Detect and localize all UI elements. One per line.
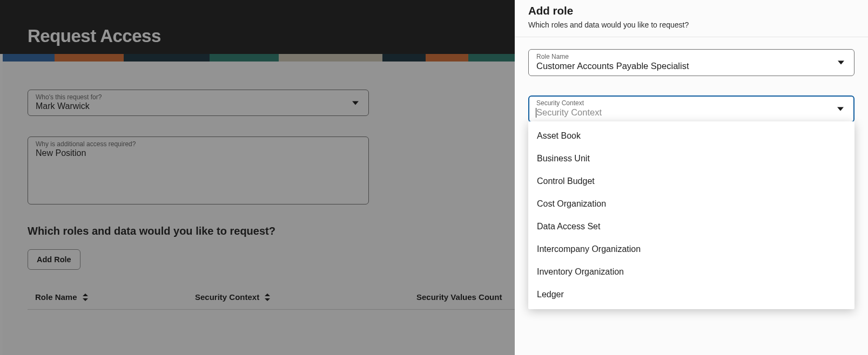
drawer-body: Role Name Customer Accounts Payable Spec… [515,37,868,355]
option-data-access-set[interactable]: Data Access Set [528,215,854,238]
drawer-header: Add role Which roles and data would you … [515,0,868,37]
option-ledger[interactable]: Ledger [528,283,854,306]
option-business-unit[interactable]: Business Unit [528,147,854,170]
modal-backdrop[interactable] [0,0,515,355]
security-context-label: Security Context [536,99,846,107]
chevron-down-icon [837,107,844,111]
chevron-down-icon [838,61,844,65]
option-inventory-organization[interactable]: Inventory Organization [528,261,854,283]
option-intercompany-organization[interactable]: Intercompany Organization [528,238,854,261]
option-control-budget[interactable]: Control Budget [528,170,854,193]
role-name-label: Role Name [536,53,846,60]
security-context-select[interactable]: Security Context Security Context [528,95,854,122]
role-name-select[interactable]: Role Name Customer Accounts Payable Spec… [528,49,854,76]
drawer-title: Add role [528,4,854,17]
security-context-placeholder: Security Context [536,107,846,118]
option-asset-book[interactable]: Asset Book [528,125,854,147]
add-role-drawer: Add role Which roles and data would you … [515,0,868,355]
security-context-dropdown: Asset Book Business Unit Control Budget … [528,121,854,309]
role-name-value: Customer Accounts Payable Specialist [536,61,846,71]
drawer-subtitle: Which roles and data would you like to r… [528,21,854,29]
option-cost-organization[interactable]: Cost Organization [528,193,854,215]
